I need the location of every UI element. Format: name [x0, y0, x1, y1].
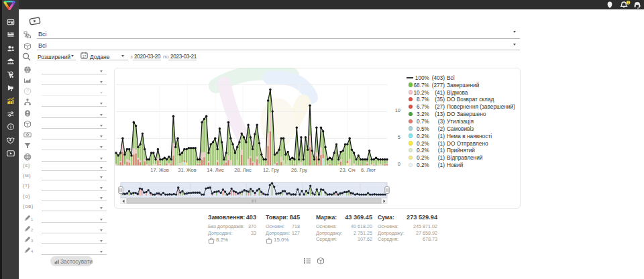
svg-text:14. Лис: 14. Лис: [207, 167, 224, 173]
svg-text:17. Жов: 17. Жов: [150, 167, 169, 173]
svg-text:?: ?: [26, 89, 29, 93]
svg-text:6. Лют: 6. Лют: [361, 167, 376, 173]
svg-text:0: 0: [398, 161, 400, 167]
svg-text:31. Жов: 31. Жов: [178, 167, 197, 173]
svg-text:28. Лис: 28. Лис: [234, 167, 252, 173]
svg-text:23. Січ: 23. Січ: [339, 167, 356, 173]
svg-text:1: 1: [627, 1, 629, 5]
svg-text:5: 5: [398, 134, 400, 140]
svg-text:26. Гру: 26. Гру: [291, 167, 307, 173]
svg-text:10: 10: [395, 107, 400, 113]
svg-text:17: 17: [83, 54, 87, 58]
svg-text:12. Гру: 12. Гру: [263, 167, 279, 173]
